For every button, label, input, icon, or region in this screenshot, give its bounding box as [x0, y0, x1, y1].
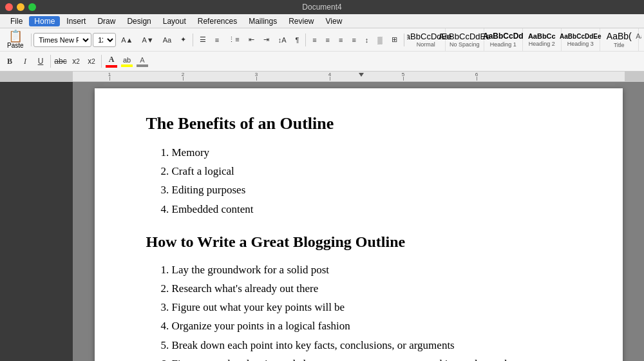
close-button[interactable] — [5, 3, 13, 11]
menu-references[interactable]: References — [193, 16, 242, 26]
highlight-color-button[interactable]: ab — [120, 54, 134, 68]
style-heading2-label: Heading 2 — [529, 41, 555, 47]
change-case-icon: Aa — [163, 36, 171, 44]
list-item-text: Lay the groundwork for a solid post — [172, 264, 330, 276]
menu-draw[interactable]: Draw — [92, 16, 120, 26]
list-item: Memory — [172, 144, 571, 161]
text-effects-button[interactable]: A — [135, 54, 149, 68]
document-area[interactable]: The Benefits of an Outline Memory Craft … — [73, 82, 644, 361]
font-decrease-icon: A▼ — [142, 36, 153, 44]
align-left-icon: ≡ — [312, 36, 316, 44]
borders-button[interactable]: ⊞ — [388, 32, 401, 48]
subscript-button[interactable]: x2 — [69, 54, 83, 68]
decrease-indent-button[interactable]: ⇤ — [245, 32, 258, 48]
bullets-icon: ☰ — [200, 35, 206, 44]
text-effects-label: A — [140, 56, 144, 64]
multilevel-list-icon: ⋮≡ — [228, 35, 239, 44]
align-center-icon: ≡ — [326, 36, 330, 44]
menu-review[interactable]: Review — [283, 16, 319, 26]
bullets-button[interactable]: ☰ — [196, 32, 210, 48]
toolbar-row1: 📋 Paste Times New R... 12 A▲ A▼ Aa ✦ ☰ ≡… — [0, 28, 644, 52]
list-item-text: Memory — [172, 146, 210, 159]
paste-icon: 📋 — [8, 30, 23, 42]
ruler-right-margin — [625, 72, 644, 81]
menu-view[interactable]: View — [321, 16, 348, 26]
maximize-button[interactable] — [28, 3, 36, 11]
font-decrease-button[interactable]: A▼ — [138, 32, 157, 48]
sort-button[interactable]: ↕A — [274, 32, 290, 48]
align-right-button[interactable]: ≡ — [335, 32, 346, 48]
section2-heading: How to Write a Great Blogging Outline — [146, 233, 571, 251]
list-item: Lay the groundwork for a solid post — [172, 261, 571, 278]
font-color-button[interactable]: A — [104, 54, 118, 68]
align-right-icon: ≡ — [339, 36, 343, 44]
style-heading3-preview: AaBbCcDdEe — [560, 33, 601, 41]
font-increase-button[interactable]: A▲ — [117, 32, 137, 48]
ruler-tick-5 — [403, 77, 404, 81]
strikethrough-button[interactable]: abc — [53, 54, 68, 68]
style-heading2[interactable]: AaBbCc Heading 2 — [523, 28, 562, 52]
main-area: The Benefits of an Outline Memory Craft … — [0, 82, 644, 361]
font-size-selector[interactable]: 12 — [93, 33, 116, 47]
bold-button[interactable]: B — [3, 54, 17, 68]
clear-format-button[interactable]: ✦ — [176, 32, 190, 48]
menu-file[interactable]: File — [5, 16, 28, 26]
list-item-text: Craft a logical — [172, 165, 234, 177]
title-bar: Document4 — [0, 0, 644, 14]
style-heading3-label: Heading 3 — [567, 41, 594, 47]
font-name-selector[interactable]: Times New R... — [33, 33, 91, 47]
style-heading2-preview: AaBbCc — [528, 32, 556, 41]
style-no-spacing[interactable]: AaBbCcDdEe No Spacing — [446, 28, 484, 52]
list-item-text: Figure out what data is needed to suppor… — [172, 358, 571, 361]
shading-icon: ▒ — [377, 36, 383, 44]
style-subtitle[interactable]: AaBbCcDdEe Subtitle — [639, 28, 641, 52]
list-item-text: Editing purposes — [172, 184, 246, 196]
line-spacing-icon: ↕ — [365, 36, 369, 44]
list-item: Editing purposes — [172, 181, 571, 199]
separator-3 — [305, 34, 306, 46]
menu-insert[interactable]: Insert — [61, 16, 91, 26]
menu-bar: File Home Insert Draw Design Layout Refe… — [0, 14, 644, 28]
menu-layout[interactable]: Layout — [158, 16, 191, 26]
increase-indent-icon: ⇥ — [263, 35, 269, 44]
increase-indent-button[interactable]: ⇥ — [260, 32, 273, 48]
traffic-lights — [5, 3, 36, 11]
document-page: The Benefits of an Outline Memory Craft … — [95, 88, 623, 361]
paste-button[interactable]: 📋 Paste — [3, 28, 28, 51]
numbering-icon: ≡ — [215, 36, 219, 44]
ruler-indent[interactable] — [359, 73, 364, 77]
italic-button[interactable]: I — [18, 54, 32, 68]
align-left-button[interactable]: ≡ — [308, 32, 320, 48]
shading-button[interactable]: ▒ — [374, 32, 386, 48]
numbering-button[interactable]: ≡ — [211, 32, 223, 48]
menu-mailings[interactable]: Mailings — [243, 16, 282, 26]
ruler-tick-1 — [109, 77, 110, 81]
line-spacing-button[interactable]: ↕ — [361, 32, 373, 48]
menu-design[interactable]: Design — [122, 16, 156, 26]
multilevel-list-button[interactable]: ⋮≡ — [224, 32, 243, 48]
borders-icon: ⊞ — [392, 35, 397, 44]
style-subtitle-preview: AaBbCcDdEe — [636, 32, 641, 41]
style-heading1[interactable]: AaBbCcDd Heading 1 — [484, 28, 523, 52]
pilcrow-button[interactable]: ¶ — [292, 32, 303, 48]
pilcrow-icon: ¶ — [296, 36, 299, 44]
minimize-button[interactable] — [17, 3, 24, 11]
style-no-spacing-label: No Spacing — [450, 41, 480, 48]
list-item-text: Break down each point into key facts, co… — [172, 339, 455, 351]
superscript-button[interactable]: x2 — [84, 54, 99, 68]
font-color-indicator — [106, 65, 117, 68]
change-case-button[interactable]: Aa — [159, 32, 175, 48]
toolbar-row2: B I U abc x2 x2 A ab A — [0, 52, 644, 71]
justify-icon: ≡ — [352, 36, 355, 44]
font-increase-icon: A▲ — [121, 36, 133, 44]
underline-button[interactable]: U — [33, 54, 48, 68]
toolbar-area: 📋 Paste Times New R... 12 A▲ A▼ Aa ✦ ☰ ≡… — [0, 28, 644, 72]
style-title[interactable]: AaBb( Title — [600, 28, 639, 52]
justify-button[interactable]: ≡ — [348, 32, 359, 48]
menu-home[interactable]: Home — [29, 16, 60, 26]
list-item: Organize your points in a logical fashio… — [172, 317, 571, 335]
style-heading1-preview: AaBbCcDd — [483, 32, 524, 41]
align-center-button[interactable]: ≡ — [322, 32, 334, 48]
style-heading3[interactable]: AaBbCcDdEe Heading 3 — [562, 28, 600, 52]
clear-format-icon: ✦ — [180, 35, 186, 44]
